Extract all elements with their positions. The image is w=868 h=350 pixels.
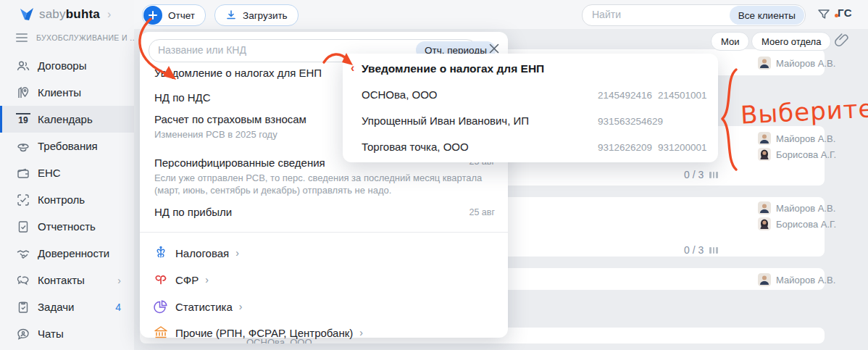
sidebar-item-label: Календарь (38, 113, 93, 125)
client-picker-popup: ‹ Уведомление о налогах для ЕНП ОСНОва, … (343, 54, 718, 162)
client-inn: 931563254629 (598, 116, 663, 127)
chevron-right-icon: › (239, 301, 243, 312)
sidebar-item-poa[interactable]: Доверенности (0, 240, 134, 267)
scan-check-icon (16, 193, 30, 207)
hamburger-icon[interactable] (16, 33, 28, 42)
plus-icon (143, 6, 162, 25)
avatar (758, 201, 771, 214)
upload-label: Загрузить (243, 10, 288, 21)
global-search: Все клиенты (582, 4, 806, 26)
assignee-row[interactable]: Борисова А.Г. (758, 148, 836, 161)
sidebar-item-label: Чаты (38, 328, 64, 340)
pie-chart-icon (153, 299, 169, 314)
workspace-switcher[interactable]: БУХОБСЛУЖИВАНИЕ И .. (16, 33, 135, 42)
sidebar-item-label: Задачи (38, 301, 74, 313)
search-input[interactable] (583, 5, 715, 24)
category-label: Налоговая (175, 247, 229, 259)
handshake-icon (16, 246, 30, 261)
add-report-label: Отчет (168, 10, 195, 21)
assignee-row[interactable]: Майоров А.В. (758, 132, 835, 145)
sidebar-item-label: Отчетность (38, 220, 96, 233)
sidebar-item-label: Контакты (38, 274, 85, 286)
sidebar-item-tasks[interactable]: Задачи 4 (0, 293, 134, 320)
sidebar-item-label: ЕНС (38, 167, 61, 179)
filter-funnel-icon[interactable] (817, 7, 831, 22)
paperclip-icon[interactable] (834, 33, 850, 49)
report-item-rsv-note: Изменения РСВ в 2025 году (154, 129, 277, 141)
officer-cap-icon (16, 139, 30, 154)
divider (140, 232, 508, 233)
category-label: Прочие (РПН, ФСРАР, Центробанк) (175, 327, 353, 339)
bars-icon (709, 172, 718, 178)
sidebar-item-reporting[interactable]: Отчетность (0, 213, 134, 240)
category-sfr[interactable]: СФР › (153, 272, 209, 288)
avatar (758, 148, 771, 161)
tasks-count-badge: 4 (115, 301, 121, 313)
filter-department-button[interactable]: Моего отдела (751, 32, 831, 51)
category-nalogovaya[interactable]: Налоговая › (153, 245, 239, 261)
filter-mine-button[interactable]: Мои (711, 32, 749, 51)
federal-tax-eagle-icon (153, 245, 169, 261)
back-chevron-icon[interactable]: ‹ (351, 62, 354, 75)
sidebar-item-requirements[interactable]: Требования (0, 133, 134, 159)
progress-indicator[interactable]: 0 / 3 (684, 169, 718, 180)
report-item-date: 25 авг (469, 207, 495, 217)
clients-filter-chip[interactable]: Все клиенты (730, 6, 804, 25)
sidebar-item-contacts[interactable]: Контакты › (0, 267, 134, 293)
app-logo[interactable]: sabybuhta › (19, 7, 111, 22)
client-row-uproshchenny[interactable]: Упрощенный Иван Иванович, ИП (362, 114, 529, 127)
sidebar: sabybuhta › БУХОБСЛУЖИВАНИЕ И .. Договор… (0, 0, 134, 350)
assignee-row[interactable]: Борисова А.Г. (758, 217, 836, 230)
category-statistics[interactable]: Статистика › (153, 299, 242, 314)
report-search-input[interactable] (149, 40, 375, 60)
report-item-personified[interactable]: Персонифицированные сведения (154, 157, 325, 169)
chat-bubbles-icon (16, 273, 30, 288)
assignee-name: Майоров А.В. (776, 275, 835, 286)
map-pin-icon (16, 86, 30, 100)
assignee-name: Майоров А.В. (776, 58, 835, 69)
sidebar-item-calendar[interactable]: 19 Календарь (0, 106, 134, 133)
avatar (758, 273, 771, 286)
gosuslugi-icon[interactable]: ГС (838, 7, 852, 19)
client-row-torgovaya[interactable]: Торговая точка, ООО (362, 141, 469, 153)
report-doc-icon (16, 220, 30, 234)
wallet-icon (16, 166, 30, 180)
bars-icon (709, 247, 718, 254)
add-report-button[interactable]: Отчет (142, 4, 206, 26)
progress-indicator[interactable]: 0 / 3 (684, 244, 718, 256)
sidebar-item-clients[interactable]: Клиенты (0, 79, 134, 106)
client-row-osnova[interactable]: ОСНОва, ООО (362, 88, 437, 101)
assignee-row[interactable]: Майоров А.В. (758, 273, 835, 286)
sidebar-item-ens[interactable]: ЕНС (0, 159, 134, 186)
sidebar-item-control[interactable]: Контроль (0, 186, 134, 213)
assignee-row[interactable]: Майоров А.В. (758, 201, 835, 214)
avatar (758, 132, 771, 145)
annotation-text: Выберите (740, 93, 868, 130)
upload-button[interactable]: Загрузить (214, 4, 299, 26)
client-kpp: 931200001 (658, 142, 707, 153)
chat-person-icon (16, 327, 30, 341)
assignee-row[interactable]: Майоров А.В. (758, 57, 835, 70)
assignee-name: Борисова А.Г. (776, 149, 836, 160)
report-item-profit[interactable]: НД по прибыли (154, 206, 232, 218)
category-other[interactable]: Прочие (РПН, ФСРАР, Центробанк) › (153, 325, 363, 341)
report-item-enp-notice[interactable]: Уведомление о налогах для ЕНП (154, 67, 322, 79)
brand-text: sabybuhta (39, 7, 100, 22)
sidebar-item-chats[interactable]: Чаты (0, 320, 134, 347)
report-item-nds[interactable]: НД по НДС (154, 91, 211, 104)
sidebar-item-label: Клиенты (38, 86, 81, 99)
sidebar-item-contracts[interactable]: Договоры (0, 52, 134, 79)
people-icon (16, 59, 30, 73)
assignee-name: Майоров А.В. (776, 133, 835, 144)
chevron-right-icon: › (205, 274, 209, 286)
bank-columns-icon (153, 325, 169, 341)
topbar: Отчет Загрузить Все клиенты ГС (134, 0, 868, 29)
chevron-right-icon[interactable]: › (107, 8, 111, 21)
report-item-rsv[interactable]: Расчет по страховым взносам (154, 113, 306, 125)
chevron-right-icon: › (117, 275, 121, 286)
report-item-personified-note: Если уже отправлен РСВ, то перс. сведени… (154, 172, 493, 197)
sidebar-item-label: Договоры (38, 59, 86, 72)
clipboard-check-icon (16, 300, 30, 314)
sfr-logo-icon (153, 272, 169, 288)
avatar (758, 57, 771, 70)
